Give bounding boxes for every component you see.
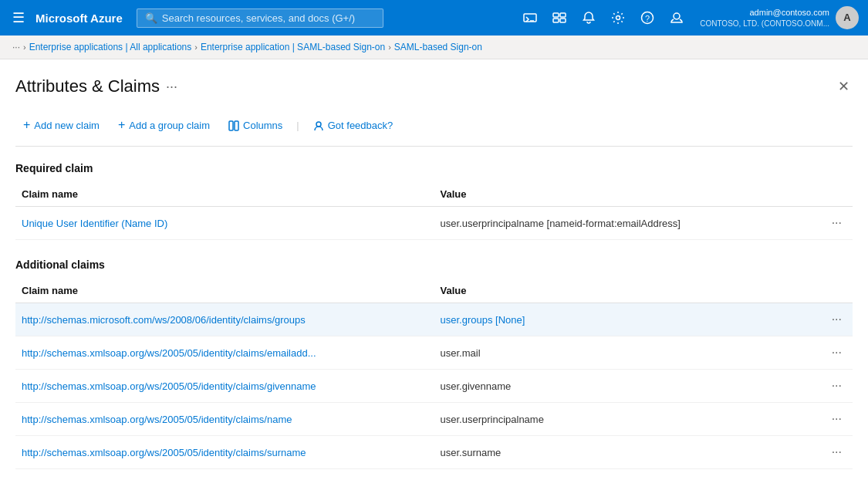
columns-button[interactable]: Columns bbox=[221, 114, 290, 136]
claim-name-link[interactable]: http://schemas.microsoft.com/ws/2008/06/… bbox=[22, 314, 306, 326]
required-claim-section: Required claim Claim name Value Unique U… bbox=[15, 162, 853, 240]
required-value-col-header: Value bbox=[434, 184, 811, 207]
breadcrumb-item-1[interactable]: Enterprise applications | All applicatio… bbox=[29, 42, 192, 52]
columns-label: Columns bbox=[243, 120, 282, 131]
toolbar: + Add new claim + Add a group claim Colu… bbox=[15, 113, 853, 147]
required-claims-table: Claim name Value Unique User Identifier … bbox=[15, 184, 853, 240]
row-actions-button[interactable]: ··· bbox=[827, 411, 846, 428]
feedback-person-icon bbox=[313, 119, 324, 131]
row-actions-button[interactable]: ··· bbox=[827, 311, 846, 328]
required-action-col-header bbox=[811, 184, 853, 207]
claim-name-link[interactable]: http://schemas.xmlsoap.org/ws/2005/05/id… bbox=[22, 447, 306, 458]
page-header: Attributes & Claims ··· ✕ bbox=[15, 75, 853, 98]
search-placeholder-text: Search resources, services, and docs (G+… bbox=[162, 12, 355, 24]
row-actions-button[interactable]: ··· bbox=[827, 444, 846, 461]
toolbar-separator: | bbox=[296, 120, 299, 131]
svg-rect-2 bbox=[553, 13, 559, 17]
claim-name-link[interactable]: Unique User Identifier (Name ID) bbox=[22, 218, 167, 229]
table-row: Unique User Identifier (Name ID) user.us… bbox=[15, 207, 853, 240]
claim-value: user.givenname bbox=[434, 370, 811, 403]
claim-value: user.mail bbox=[434, 336, 811, 370]
add-new-claim-button[interactable]: + Add new claim bbox=[15, 113, 107, 137]
feedback-label: Got feedback? bbox=[328, 120, 393, 131]
svg-text:?: ? bbox=[645, 14, 650, 23]
svg-rect-5 bbox=[560, 19, 566, 22]
hamburger-menu[interactable]: ☰ bbox=[9, 6, 28, 29]
add-new-claim-label: Add new claim bbox=[34, 120, 100, 131]
user-avatar[interactable]: A bbox=[836, 6, 859, 29]
additional-value-col-header: Value bbox=[434, 280, 811, 303]
claim-name-link[interactable]: http://schemas.xmlsoap.org/ws/2005/05/id… bbox=[22, 347, 316, 359]
settings-icon[interactable] bbox=[606, 5, 630, 30]
claim-value: user.userprincipalname bbox=[434, 403, 811, 436]
svg-point-12 bbox=[316, 122, 321, 127]
page-title: Attributes & Claims bbox=[15, 76, 160, 96]
breadcrumb-sep-2: › bbox=[194, 42, 198, 52]
help-icon[interactable]: ? bbox=[635, 5, 660, 30]
additional-claims-table: Claim name Value http://schemas.microsof… bbox=[15, 280, 853, 469]
breadcrumb-current: SAML-based Sign-on bbox=[394, 42, 482, 52]
nav-icons: ? admin@contoso.com CONTOSO, LTD. (CONTO… bbox=[518, 5, 859, 30]
notification-icon[interactable] bbox=[576, 5, 601, 30]
required-claim-col-header: Claim name bbox=[15, 184, 434, 207]
breadcrumb-sep-1: › bbox=[23, 42, 26, 52]
claim-value: user.groups [None] bbox=[434, 303, 811, 336]
additional-claims-section: Additional claims Claim name Value http:… bbox=[15, 259, 853, 469]
close-button[interactable]: ✕ bbox=[835, 75, 853, 98]
row-actions-button[interactable]: ··· bbox=[827, 344, 846, 361]
add-group-claim-button[interactable]: + Add a group claim bbox=[110, 113, 218, 137]
search-bar[interactable]: 🔍 Search resources, services, and docs (… bbox=[137, 8, 383, 28]
main-content: Attributes & Claims ··· ✕ + Add new clai… bbox=[0, 59, 868, 475]
breadcrumb: ··· › Enterprise applications | All appl… bbox=[0, 35, 868, 59]
user-section[interactable]: admin@contoso.com CONTOSO, LTD. (CONTOSO… bbox=[700, 6, 859, 29]
columns-icon bbox=[228, 119, 239, 131]
table-row: http://schemas.xmlsoap.org/ws/2005/05/id… bbox=[15, 403, 853, 436]
search-icon: 🔍 bbox=[145, 12, 157, 24]
add-group-icon: + bbox=[118, 118, 125, 132]
page-title-row: Attributes & Claims ··· bbox=[15, 76, 177, 96]
add-group-claim-label: Add a group claim bbox=[129, 120, 210, 131]
svg-rect-3 bbox=[560, 13, 566, 17]
additional-action-col-header bbox=[811, 280, 853, 303]
claim-name-link[interactable]: http://schemas.xmlsoap.org/ws/2005/05/id… bbox=[22, 380, 316, 392]
top-navigation: ☰ Microsoft Azure 🔍 Search resources, se… bbox=[0, 0, 868, 35]
row-actions-button[interactable]: ··· bbox=[827, 377, 846, 394]
feedback-button[interactable]: Got feedback? bbox=[306, 114, 401, 136]
directory-icon[interactable] bbox=[547, 5, 572, 30]
table-row: http://schemas.xmlsoap.org/ws/2005/05/id… bbox=[15, 336, 853, 370]
svg-point-9 bbox=[674, 13, 680, 19]
azure-logo: Microsoft Azure bbox=[35, 12, 123, 25]
svg-rect-10 bbox=[229, 121, 233, 130]
additional-claims-section-title: Additional claims bbox=[15, 259, 853, 271]
claim-name-link[interactable]: http://schemas.xmlsoap.org/ws/2005/05/id… bbox=[22, 414, 292, 425]
claim-value: user.userprincipalname [nameid-format:em… bbox=[434, 207, 811, 240]
user-tenant: CONTOSO, LTD. (CONTOSO.ONM... bbox=[700, 19, 829, 29]
add-icon: + bbox=[23, 118, 30, 132]
user-email: admin@contoso.com bbox=[700, 7, 829, 18]
breadcrumb-sep-3: › bbox=[388, 42, 391, 52]
svg-rect-4 bbox=[553, 19, 559, 22]
table-row: http://schemas.xmlsoap.org/ws/2005/05/id… bbox=[15, 370, 853, 403]
required-claim-section-title: Required claim bbox=[15, 162, 853, 174]
svg-rect-11 bbox=[235, 121, 238, 130]
cloud-shell-icon[interactable] bbox=[518, 5, 542, 30]
claim-value: user.surname bbox=[434, 436, 811, 469]
feedback-icon[interactable] bbox=[664, 5, 689, 30]
svg-point-6 bbox=[616, 16, 620, 20]
breadcrumb-dots[interactable]: ··· bbox=[12, 42, 20, 52]
additional-claim-col-header: Claim name bbox=[15, 280, 434, 303]
row-actions-button[interactable]: ··· bbox=[827, 215, 846, 232]
page-title-dots[interactable]: ··· bbox=[166, 79, 177, 95]
table-row: http://schemas.xmlsoap.org/ws/2005/05/id… bbox=[15, 436, 853, 469]
table-row: http://schemas.microsoft.com/ws/2008/06/… bbox=[15, 303, 853, 336]
breadcrumb-item-2[interactable]: Enterprise application | SAML-based Sign… bbox=[201, 42, 385, 52]
